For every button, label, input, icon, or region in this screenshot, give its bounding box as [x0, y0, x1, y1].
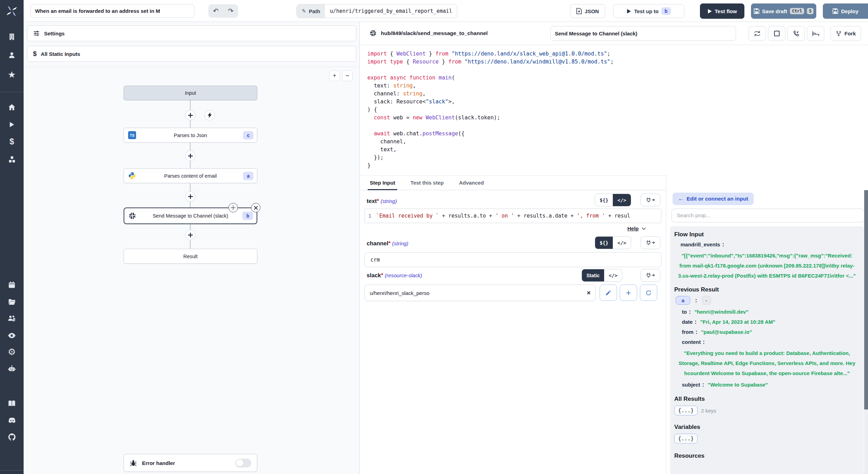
prop-scrollbar-thumb[interactable]	[864, 190, 868, 409]
error-handler-toggle[interactable]	[235, 459, 251, 467]
slack-icon	[369, 29, 377, 37]
search-prop-input[interactable]: Search prop...	[671, 209, 865, 222]
graph-node-a[interactable]: Parses content of email a	[124, 168, 257, 183]
graph-node-b-selected[interactable]: Send Message to Channel (slack) b	[124, 208, 257, 224]
collapse-button[interactable]: -	[702, 296, 711, 305]
result-row-date[interactable]: date: "Fri, Apr 14, 2023 at 10:28 AM"	[682, 319, 860, 325]
sidebar-item-github[interactable]	[0, 431, 24, 443]
sidebar-item-favorites[interactable]: ★	[0, 68, 24, 81]
sidebar-item-home[interactable]	[0, 101, 24, 113]
channel-value-editor[interactable]: crm	[365, 252, 661, 267]
graph-node-result[interactable]: Result	[124, 249, 257, 264]
step-name-input[interactable]: Send Message to Channel (slack)	[550, 26, 736, 41]
result-row-content[interactable]: content:	[682, 339, 860, 345]
help-link[interactable]: Help	[627, 226, 646, 231]
graph-zoom-in-button[interactable]: +	[329, 70, 340, 81]
redo-button[interactable]: ↷	[228, 7, 234, 15]
result-row-to[interactable]: to: "henri@windmill.dev"	[682, 309, 860, 315]
add-step-button[interactable]	[185, 230, 195, 240]
toggle-code-option[interactable]: </>	[613, 194, 631, 206]
sidebar-item-ai[interactable]	[0, 363, 24, 375]
delete-step-button[interactable]	[251, 203, 260, 212]
test-flow-button[interactable]: Test flow	[700, 3, 744, 19]
add-resource-button[interactable]: +	[620, 285, 637, 301]
webhook-call-button[interactable]	[787, 26, 805, 41]
add-step-button[interactable]	[185, 191, 195, 202]
sidebar-item-resources[interactable]	[0, 153, 24, 166]
bed-icon	[812, 31, 819, 37]
all-static-inputs-button[interactable]: $ All Static Inputs	[27, 46, 356, 62]
code-editor[interactable]: import { WebClient } from "https://deno.…	[360, 45, 868, 175]
sidebar-item-discord[interactable]	[0, 414, 24, 426]
json-button[interactable]: JSON	[570, 4, 605, 18]
error-handler-node[interactable]: Error handler	[124, 454, 257, 472]
windmill-logo[interactable]	[0, 0, 24, 22]
channel-connect-button[interactable]	[641, 236, 660, 249]
sidebar-item-workspace[interactable]	[0, 31, 24, 43]
path-label: Path	[309, 8, 320, 14]
graph-zoom-out-button[interactable]: −	[342, 70, 353, 81]
sidebar-item-folders[interactable]	[0, 296, 24, 308]
node-step-badge: a	[243, 172, 253, 180]
sidebar-item-audit[interactable]	[0, 329, 24, 342]
slack-resource-select[interactable]: u/henri/henri_slack_perso ×	[365, 285, 596, 301]
flow-input-value[interactable]: "[{"event":"inbound","ts":1683819426,"ms…	[676, 251, 858, 281]
sidebar-item-workers[interactable]	[0, 312, 24, 325]
clear-resource-icon[interactable]: ×	[587, 289, 591, 297]
tab-advanced[interactable]: Advanced	[459, 176, 484, 190]
expand-object-button[interactable]: {...}	[674, 406, 698, 415]
toggle-code-option[interactable]: </>	[613, 237, 631, 249]
result-row-subject[interactable]: subject: "Welcome to Supabase"	[682, 382, 860, 388]
text-expression-editor[interactable]: 1 `Email received by ` + results.a.to + …	[365, 209, 661, 223]
plus-icon	[188, 194, 193, 199]
slack-connect-button[interactable]	[641, 269, 660, 282]
test-up-to-button[interactable]: Test up to b	[613, 4, 684, 18]
sidebar-item-variables[interactable]: $	[0, 135, 24, 148]
sidebar-item-settings[interactable]: ⚙	[0, 346, 24, 358]
step-input-body: text* (string) ${} </> 1 `Email received…	[360, 190, 666, 474]
flow-settings-button[interactable]: Settings	[27, 25, 356, 41]
sidebar-item-user[interactable]	[0, 49, 24, 61]
expand-object-button[interactable]: {...}	[674, 434, 698, 443]
move-step-button[interactable]	[228, 203, 238, 212]
sidebar-item-runs[interactable]	[0, 118, 24, 131]
edit-resource-button[interactable]	[600, 285, 617, 301]
code-line: ) {	[367, 106, 868, 114]
prop-explorer[interactable]: Flow Input mandrill_events: "[{"event":"…	[670, 226, 864, 474]
result-key-badge[interactable]: a	[676, 296, 690, 305]
sidebar-item-schedules[interactable]	[0, 279, 24, 291]
square-icon	[774, 31, 780, 36]
graph-node-input[interactable]: Input	[124, 86, 257, 100]
graph-node-c[interactable]: TS Parses to Json c	[124, 128, 257, 143]
undo-button[interactable]: ↶	[213, 7, 219, 15]
text-connect-button[interactable]	[641, 194, 660, 206]
add-trigger-button[interactable]	[205, 110, 215, 120]
flow-input-key-row[interactable]: mandrill_events:	[681, 242, 860, 248]
code-line: import type { Resource } from "https://d…	[367, 58, 868, 66]
toggle-code-option[interactable]: </>	[604, 269, 622, 281]
toggle-static-option[interactable]: Static	[582, 269, 604, 281]
toggle-template-option[interactable]: ${}	[595, 194, 613, 206]
hub-script-path[interactable]: hub/849/slack/send_message_to_channel	[369, 29, 488, 37]
expand-editor-button[interactable]	[768, 26, 785, 41]
tab-test-this-step[interactable]: Test this step	[410, 176, 444, 190]
sidebar-item-docs[interactable]	[0, 397, 24, 410]
fork-button[interactable]: Fork	[831, 26, 861, 41]
flow-title-input[interactable]: When an email is forwarded to an address…	[31, 4, 194, 18]
toggle-template-option[interactable]: ${}	[595, 237, 613, 249]
path-button[interactable]: ✎ Path	[297, 5, 325, 18]
add-step-button[interactable]	[185, 151, 195, 161]
path-input[interactable]: u/henri/triggered_by_email_report_email	[325, 8, 457, 14]
save-draft-button[interactable]: Save draft Ctrl S	[751, 3, 816, 19]
add-step-button[interactable]	[185, 110, 195, 120]
tab-step-input[interactable]: Step Input	[370, 176, 395, 190]
edit-or-connect-button[interactable]: ← Edit or connect an input	[673, 193, 754, 205]
content-value[interactable]: "Everything you need to build a product:…	[676, 348, 858, 378]
minus-icon: −	[345, 72, 349, 79]
result-row-from[interactable]: from: "paul@supabase.io"	[682, 329, 860, 335]
refresh-resource-button[interactable]	[640, 285, 657, 301]
sync-script-button[interactable]	[749, 26, 766, 41]
home-icon	[8, 103, 16, 111]
dock-panel-button[interactable]	[807, 26, 824, 41]
deploy-button[interactable]: Deploy	[823, 8, 868, 14]
